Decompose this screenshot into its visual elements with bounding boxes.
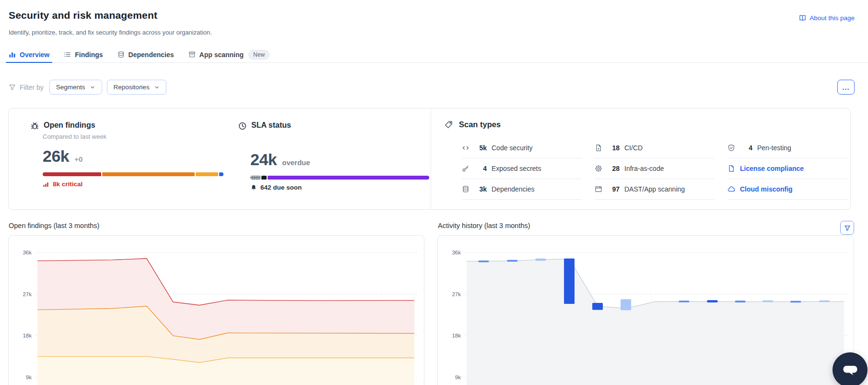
- chat-widget-button[interactable]: [833, 352, 868, 385]
- list-icon: [64, 51, 71, 58]
- activity-history-chart: 36k27k18k9k: [437, 235, 854, 385]
- bug-icon: [30, 121, 39, 131]
- browser-window-icon: [595, 185, 602, 193]
- bar-segment: [43, 172, 101, 176]
- funnel-icon: [9, 84, 16, 91]
- tab-label: Findings: [75, 51, 103, 59]
- file-icon: [727, 165, 735, 172]
- chat-bubble-icon: [841, 361, 859, 379]
- bar-segment: [261, 176, 267, 180]
- sla-status-title: SLA status: [251, 121, 291, 130]
- due-soon-label: 642 due soon: [260, 184, 302, 191]
- open-findings-stat: Open findings Compared to last week 26k …: [30, 121, 222, 188]
- bar-segment: [196, 172, 218, 176]
- tag-icon: [444, 120, 453, 129]
- scan-types-title: Scan types: [459, 120, 501, 129]
- open-findings-value: 26k: [43, 147, 69, 166]
- scan-type-code-security: 5k Code security: [462, 138, 582, 158]
- tab-label: App scanning: [199, 51, 244, 59]
- scan-types-column: 18 CI/CD 28 Infra-as-code 97 DAST/App sc…: [595, 138, 715, 200]
- bar-chart-icon: [9, 51, 16, 58]
- clock-icon: [238, 121, 247, 131]
- sla-distribution-bar: [250, 176, 429, 180]
- tab-label: Dependencies: [129, 51, 174, 59]
- tab-overview[interactable]: Overview: [9, 47, 49, 62]
- activity-chart-filter-button[interactable]: [840, 221, 854, 235]
- chevron-down-icon: [90, 84, 95, 90]
- svg-text:9k: 9k: [455, 374, 461, 380]
- scan-type-license-compliance-link[interactable]: License compliance: [727, 158, 847, 179]
- open-findings-subtitle: Compared to last week: [43, 133, 222, 140]
- summary-card: Open findings Compared to last week 26k …: [8, 108, 851, 210]
- tab-bar: Overview Findings Dependencies App scann…: [0, 47, 868, 63]
- file-icon: [595, 144, 602, 152]
- trend-bars-icon: [43, 181, 49, 188]
- open-findings-chart: 36k27k18k9k: [8, 235, 424, 385]
- package-icon: [188, 51, 196, 58]
- svg-text:36k: 36k: [452, 250, 461, 255]
- page-subtitle: Identify, prioritize, track, and fix sec…: [9, 29, 212, 36]
- key-icon: [462, 165, 469, 172]
- about-link-label: About this page: [809, 14, 855, 22]
- sla-overdue-suffix: overdue: [282, 158, 310, 167]
- filter-by-label: Filter by: [9, 84, 44, 91]
- scan-type-infra-as-code: 28 Infra-as-code: [595, 158, 715, 179]
- scan-type-cicd: 18 CI/CD: [595, 138, 715, 158]
- tab-app-scanning[interactable]: App scanning New: [188, 47, 270, 62]
- tab-label: Overview: [20, 51, 49, 59]
- sla-status-stat: SLA status 24k overdue 642 due soon: [238, 121, 428, 191]
- bar-segment: [102, 172, 195, 176]
- scan-type-exposed-secrets: 4 Exposed secrets: [462, 158, 582, 179]
- scan-type-pen-testing: 4 Pen-testing: [727, 138, 847, 158]
- database-icon: [117, 51, 125, 58]
- svg-text:9k: 9k: [26, 374, 32, 380]
- repositories-dropdown[interactable]: Repositories: [107, 80, 166, 95]
- gear-icon: [595, 165, 602, 172]
- scan-type-dependencies: 3k Dependencies: [462, 179, 582, 200]
- open-findings-title: Open findings: [44, 121, 95, 130]
- bar-segment: [268, 176, 429, 180]
- bell-icon: [250, 184, 257, 191]
- scan-types-column: 5k Code security 4 Exposed secrets 3k De…: [462, 138, 582, 200]
- scan-type-dast-app-scanning: 97 DAST/App scanning: [595, 179, 715, 200]
- shield-check-icon: [727, 144, 735, 152]
- bar-segment: [219, 172, 223, 176]
- book-icon: [799, 14, 806, 22]
- severity-distribution-bar: [43, 172, 223, 176]
- sla-overdue-value: 24k: [250, 150, 277, 169]
- scan-types-section: Scan types 5k Code security 4 Exposed se…: [444, 120, 501, 129]
- svg-text:18k: 18k: [452, 333, 461, 338]
- open-findings-chart-title: Open findings (last 3 months): [9, 222, 99, 229]
- svg-text:27k: 27k: [23, 291, 32, 297]
- bar-segment: [250, 176, 260, 180]
- critical-count-label: 8k critical: [53, 180, 82, 188]
- funnel-icon: [844, 225, 851, 231]
- tab-findings[interactable]: Findings: [64, 47, 103, 62]
- svg-text:18k: 18k: [23, 333, 32, 338]
- scan-types-column: 4 Pen-testing License compliance Cloud m…: [727, 138, 847, 200]
- about-this-page-link[interactable]: About this page: [799, 14, 855, 22]
- cloud-icon: [727, 185, 735, 193]
- scan-type-cloud-misconfig-link[interactable]: Cloud misconfig: [727, 179, 847, 200]
- activity-history-chart-title: Activity history (last 3 months): [438, 222, 530, 229]
- chevron-down-icon: [154, 84, 160, 90]
- card-divider: [431, 108, 431, 209]
- new-badge: New: [248, 50, 270, 60]
- open-findings-delta: +0: [74, 155, 82, 163]
- tab-dependencies[interactable]: Dependencies: [117, 47, 174, 62]
- page-title: Security and risk management: [9, 10, 157, 21]
- svg-text:27k: 27k: [452, 291, 461, 297]
- security-dashboard: Security and risk management About this …: [0, 0, 868, 385]
- database-icon: [462, 185, 469, 193]
- more-actions-button[interactable]: ...: [837, 80, 855, 95]
- svg-text:36k: 36k: [23, 250, 32, 255]
- filter-bar: Filter by Segments Repositories: [9, 80, 166, 95]
- code-icon: [462, 144, 469, 152]
- segments-dropdown[interactable]: Segments: [49, 80, 102, 95]
